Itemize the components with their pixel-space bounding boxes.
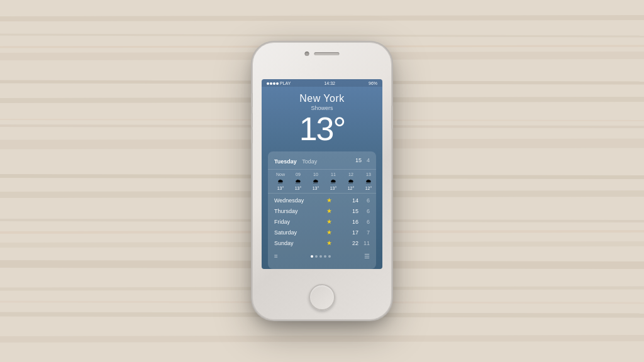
city-name: New York [269,93,375,104]
weather-app: PLAY 14:32 96% New York Showers 13° Tues… [262,79,382,269]
hourly-item: 09 🌧 13° [289,172,307,190]
page-dot-2 [315,255,318,258]
page-dot-3 [319,255,322,258]
day-weather-icon: ★ [312,239,346,246]
day-low: 6 [358,208,370,214]
hourly-weather-icon: 🌧 [277,178,284,185]
phone-screen: PLAY 14:32 96% New York Showers 13° Tues… [262,79,382,269]
phone-top-bar [305,52,340,56]
day-high: 14 [346,197,358,204]
screen-bottom-bar: ≡ ☰ [268,250,376,263]
today-row: Tuesday Today 15 4 [268,151,376,170]
time-display: 14:32 [324,81,335,85]
hourly-time: 13 [366,172,371,177]
home-button[interactable] [309,284,335,310]
list-icon: ≡ [274,253,278,260]
daily-row-sunday: Sunday ★ 22 11 [268,238,376,248]
current-temperature: 13° [269,112,375,145]
status-left: PLAY [267,81,291,85]
daily-row-wednesday: Wednesday ★ 14 6 [268,195,376,206]
menu-icon: ☰ [364,253,370,260]
day-high: 15 [346,208,358,214]
day-name: Wednesday [274,197,312,204]
day-name: Saturday [274,229,312,236]
daily-row-thursday: Thursday ★ 15 6 [268,206,376,216]
daily-row-saturday: Saturday ★ 17 7 [268,227,376,238]
hourly-time: 09 [296,172,301,177]
svg-line-15 [0,338,644,339]
day-low: 6 [358,197,370,204]
hourly-weather-icon: 🌧 [365,178,372,185]
day-low: 11 [358,240,370,246]
status-bar: PLAY 14:32 96% [262,79,382,87]
hourly-temp: 13° [295,186,302,190]
hourly-time: 10 [313,172,318,177]
page-dots [311,255,331,258]
today-temps: 15 4 [355,157,370,163]
phone-device: PLAY 14:32 96% New York Showers 13° Tues… [253,43,391,319]
svg-line-1 [0,18,644,19]
page-dot-4 [324,255,326,258]
hourly-item: 11 🌧 13° [325,172,342,190]
day-high: 16 [346,219,358,225]
weather-header: New York Showers 13° [262,87,382,149]
day-weather-icon: ★ [312,197,346,204]
battery-label: 96% [369,81,377,85]
day-high: 17 [346,229,358,236]
today-label: Today [302,158,317,165]
front-camera [305,52,309,56]
today-info: Tuesday Today [274,155,317,166]
carrier-label: PLAY [280,81,291,85]
today-low: 4 [367,157,370,163]
day-weather-icon: ★ [312,218,346,225]
hourly-temp: 13° [313,186,319,190]
day-weather-icon: ★ [312,207,346,214]
hourly-temp: 12° [365,186,372,190]
hourly-temp: 12° [348,186,355,190]
daily-row-friday: Friday ★ 16 6 [268,216,376,227]
hourly-item: 10 🌧 13° [307,172,325,190]
page-dot-5 [328,255,331,258]
day-name: Friday [274,219,312,225]
today-day: Tuesday [274,158,297,165]
signal-dot [270,82,272,85]
day-low: 7 [358,229,370,236]
hourly-item: Now 🌧 13° [272,172,289,190]
hourly-temp: 13° [277,186,284,190]
day-weather-icon: ★ [312,229,346,236]
day-low: 6 [358,219,370,225]
hourly-weather-icon: 🌧 [330,178,336,185]
hourly-temp: 13° [330,186,337,190]
day-name: Sunday [274,240,312,246]
signal-dot [276,82,279,85]
signal-dot [273,82,275,85]
hourly-time: Now [276,172,285,177]
hourly-item: 12 🌧 12° [342,172,360,190]
signal-dot [267,82,269,85]
day-high: 22 [346,240,358,246]
hourly-time: 12 [348,172,353,177]
hourly-item: 13 🌧 12° [360,172,376,190]
status-right: 96% [369,81,377,85]
hourly-forecast: Now 🌧 13° 09 🌧 13° 10 🌧 13° [268,170,376,194]
earpiece-speaker [314,52,340,55]
weather-condition: Showers [269,105,375,111]
today-high: 15 [355,157,362,163]
day-name: Thursday [274,208,312,214]
hourly-weather-icon: 🌧 [313,178,319,185]
forecast-card: Tuesday Today 15 4 Now 🌧 13° [268,151,376,269]
daily-forecast: Wednesday ★ 14 6 Thursday ★ 15 6 Friday … [268,194,376,250]
hourly-weather-icon: 🌧 [348,178,354,185]
signal-strength [267,82,279,85]
page-dot-1 [311,255,313,258]
hourly-time: 11 [331,172,336,177]
hourly-weather-icon: 🌧 [295,178,301,185]
